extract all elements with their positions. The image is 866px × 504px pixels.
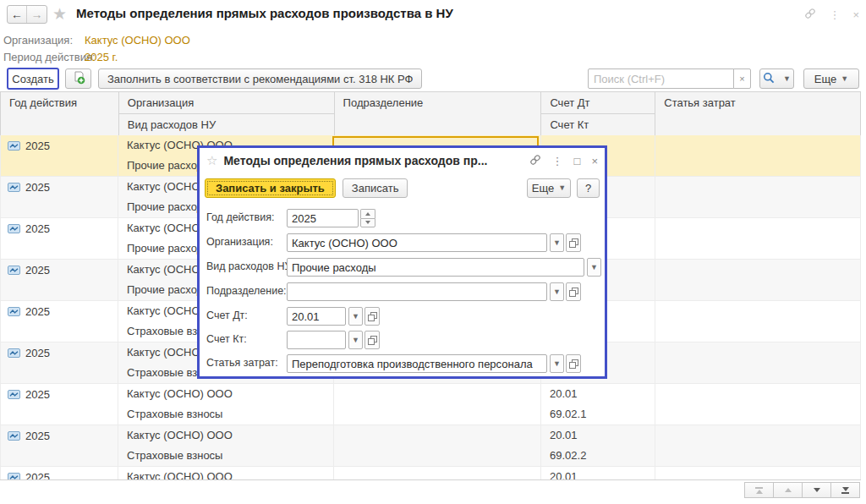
- cell-cost-item: [655, 384, 860, 404]
- column-header-year[interactable]: Год действия: [1, 92, 119, 136]
- forward-button[interactable]: →: [27, 6, 47, 23]
- cell-organization: Кактус (ОСНО) ООО: [118, 467, 333, 480]
- create-button[interactable]: Создать: [7, 68, 59, 90]
- table-row[interactable]: 2025 Кактус (ОСНО) ООО Страховые взносы …: [0, 384, 861, 425]
- kebab-menu-icon[interactable]: ⋮: [829, 9, 840, 21]
- create-by-copy-button[interactable]: [65, 68, 91, 89]
- maximize-icon[interactable]: □: [574, 155, 581, 167]
- field-account-kt-label: Счет Кт:: [206, 333, 286, 345]
- fill-by-recommendation-button[interactable]: Заполнить в соответствии с рекомендациям…: [98, 68, 422, 89]
- column-header-accounts[interactable]: Счет Дт Счет Кт: [541, 92, 655, 136]
- organization-filter: Организация: Кактус (ОСНО) ООО: [3, 34, 73, 47]
- go-last-button[interactable]: [830, 482, 860, 498]
- magnifier-icon: [763, 72, 775, 86]
- table-row[interactable]: 2025 Кактус (ОСНО) ООО Страховые взносы …: [0, 425, 861, 467]
- cell-cost-item: [655, 177, 860, 197]
- cell-year: 2025: [25, 306, 50, 317]
- dialog-title: Методы определения прямых расходов пр...: [223, 154, 487, 167]
- cell-cost-item: [655, 342, 860, 363]
- column-header-organization[interactable]: Организация Вид расходов НУ: [119, 92, 335, 136]
- cell-cost-item: [655, 260, 860, 280]
- close-icon[interactable]: ×: [591, 155, 598, 167]
- column-header-expense-kind-label: Вид расходов НУ: [119, 114, 334, 136]
- field-expense-kind-label: Вид расходов НУ:: [206, 260, 286, 272]
- cell-cost-item: [655, 135, 860, 156]
- open-button[interactable]: [364, 331, 380, 349]
- column-header-year-label: Год действия: [1, 92, 118, 114]
- dialog-more-button[interactable]: Еще ▼: [527, 178, 571, 198]
- open-button[interactable]: [364, 307, 380, 326]
- cell-year: 2025: [25, 265, 50, 276]
- search-group: ×: [588, 68, 751, 89]
- favorite-star-icon[interactable]: ☆: [206, 153, 217, 168]
- cell-account-kt: 69.02.1: [541, 404, 655, 425]
- dropdown-button[interactable]: ▼: [550, 233, 564, 252]
- go-previous-button[interactable]: [773, 482, 803, 498]
- cell-organization: Кактус (ОСНО) ООО: [118, 384, 333, 404]
- column-header-cost-item[interactable]: Статья затрат: [655, 92, 861, 136]
- organization-label: Организация:: [3, 34, 73, 47]
- cost-item-input[interactable]: [287, 354, 547, 373]
- dialog-titlebar[interactable]: ☆ Методы определения прямых расходов пр.…: [200, 148, 605, 173]
- organization-input[interactable]: [287, 233, 547, 252]
- link-icon[interactable]: [804, 8, 816, 22]
- close-icon[interactable]: ×: [852, 9, 859, 21]
- app-window: ← → ★ Методы определения прямых расходов…: [0, 0, 866, 504]
- record-icon: [8, 265, 20, 277]
- save-and-close-button[interactable]: Записать и закрыть: [205, 178, 336, 198]
- chevron-down-icon: ▼: [558, 184, 566, 192]
- dropdown-button[interactable]: ▼: [550, 354, 564, 373]
- table-row[interactable]: 2025 Кактус (ОСНО) ООО 20.01: [0, 467, 861, 480]
- record-icon: [8, 182, 20, 194]
- field-department-label: Подразделение:: [206, 285, 286, 297]
- cell-account-dt: 20.01: [541, 467, 655, 480]
- kebab-menu-icon[interactable]: ⋮: [552, 155, 563, 167]
- open-button[interactable]: [566, 282, 581, 301]
- search-clear-button[interactable]: ×: [733, 68, 751, 89]
- organization-value-link[interactable]: Кактус (ОСНО) ООО: [85, 34, 190, 47]
- cell-organization: Кактус (ОСНО) ООО: [118, 425, 333, 446]
- expense-kind-input[interactable]: [287, 258, 584, 277]
- year-input[interactable]: [287, 209, 359, 227]
- table-header: Год действия Организация Вид расходов НУ…: [0, 91, 861, 137]
- cell-account-dt: 20.01: [541, 384, 655, 404]
- column-header-cost-item-label: Статья затрат: [655, 92, 860, 114]
- spin-up-button[interactable]: [360, 209, 375, 218]
- open-button[interactable]: [566, 354, 581, 373]
- account-dt-input[interactable]: [287, 307, 346, 326]
- link-icon[interactable]: [529, 154, 541, 168]
- cell-year: 2025: [25, 182, 50, 193]
- dropdown-button[interactable]: ▼: [348, 307, 363, 326]
- record-icon: [8, 306, 20, 319]
- cell-cost-item: [655, 301, 860, 321]
- cell-year: 2025: [25, 223, 50, 234]
- cell-department: [334, 467, 540, 480]
- go-first-button[interactable]: [744, 482, 774, 498]
- chevron-down-icon: ▼: [841, 74, 848, 83]
- column-header-department[interactable]: Подразделение: [335, 92, 542, 136]
- more-button[interactable]: Еще ▼: [803, 68, 859, 89]
- help-button[interactable]: ?: [577, 178, 600, 198]
- department-input[interactable]: [287, 282, 547, 301]
- go-next-button[interactable]: [802, 482, 831, 498]
- dropdown-button[interactable]: ▼: [550, 282, 564, 301]
- open-button[interactable]: [566, 233, 581, 252]
- period-value-link[interactable]: 2025 г.: [85, 51, 118, 63]
- history-nav: ← →: [7, 5, 47, 24]
- cell-year: 2025: [25, 472, 50, 480]
- record-icon: [8, 140, 20, 153]
- cell-year: 2025: [25, 430, 50, 441]
- save-button[interactable]: Записать: [343, 178, 408, 198]
- back-button[interactable]: ←: [8, 6, 27, 23]
- field-year-label: Год действия:: [206, 211, 286, 223]
- search-input[interactable]: [588, 68, 734, 89]
- dropdown-button[interactable]: ▼: [587, 258, 601, 277]
- favorite-star-icon[interactable]: ★: [52, 4, 67, 24]
- dropdown-button[interactable]: ▼: [348, 331, 363, 349]
- list-navigation: [745, 482, 860, 498]
- window-controls: ⋮ ×: [804, 8, 859, 22]
- spin-down-button[interactable]: [360, 218, 375, 228]
- record-icon: [8, 430, 20, 443]
- search-options-button[interactable]: ▼: [759, 68, 794, 89]
- account-kt-input[interactable]: [287, 331, 346, 349]
